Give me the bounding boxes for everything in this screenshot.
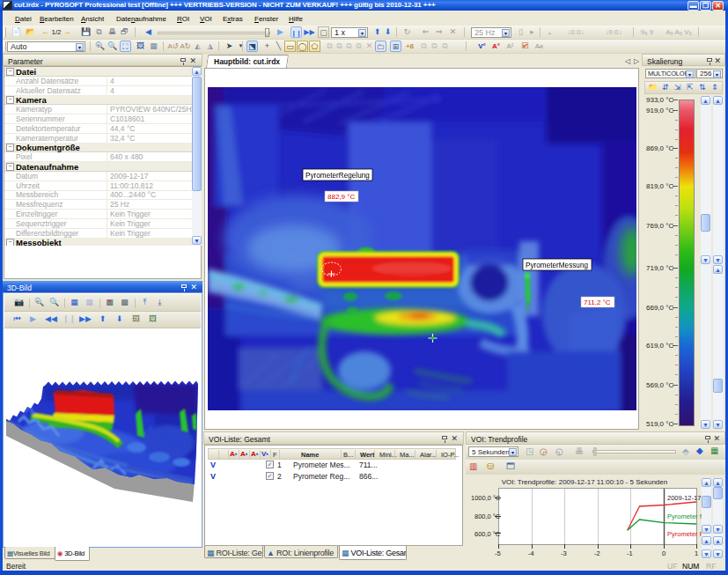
svg-text:PyrometerMessung: PyrometerMessung xyxy=(526,262,588,269)
svg-text:PyrometerRegelung: PyrometerRegelung xyxy=(305,172,370,180)
svg-text:882,9 °C: 882,9 °C xyxy=(327,193,355,201)
svg-text:711,2 °C: 711,2 °C xyxy=(584,299,611,306)
